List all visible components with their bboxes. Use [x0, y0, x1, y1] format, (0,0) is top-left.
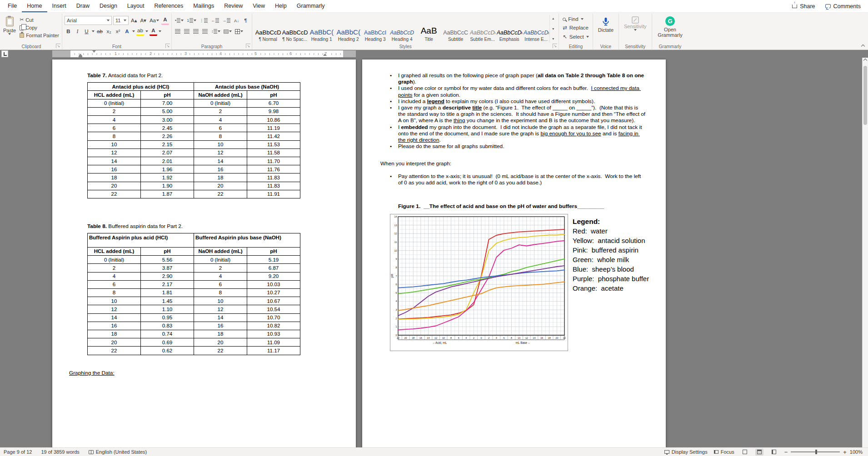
table-cell[interactable]: 5.56	[141, 256, 194, 264]
horizontal-ruler[interactable]: 1234567	[52, 50, 356, 57]
table-cell[interactable]: 16	[88, 322, 141, 330]
table-cell[interactable]: 18	[88, 330, 141, 338]
show-paragraph-marks-button[interactable]: ¶	[242, 16, 249, 25]
table-cell[interactable]: 6	[88, 280, 141, 288]
share-button[interactable]: Share	[792, 3, 815, 10]
table-cell[interactable]: 20	[88, 182, 141, 190]
replace-button[interactable]: ⇄Replace	[561, 24, 590, 31]
table-cell[interactable]: 0.62	[141, 347, 194, 355]
font-color-dropdown-icon[interactable]	[159, 30, 161, 32]
first-line-indent-marker[interactable]	[92, 50, 96, 53]
style-heading-3[interactable]: AaBbCcIHeading 3	[362, 15, 389, 42]
table-cell[interactable]: 11.58	[247, 149, 300, 157]
justify-button[interactable]	[201, 27, 209, 36]
table-cell[interactable]: 16	[194, 322, 247, 330]
column-header-cell[interactable]: HCL added (mL)	[88, 247, 141, 255]
table-cell[interactable]: 2.26	[141, 132, 194, 140]
table-cell[interactable]: 10.54	[247, 305, 300, 313]
numbering-button[interactable]: 1	[186, 16, 197, 25]
antacid-data-table[interactable]: Antacid plus acid (HCl)Antacid plus base…	[87, 82, 300, 198]
text-effects-button[interactable]: A	[123, 27, 131, 36]
bullets-button[interactable]: •	[174, 16, 185, 25]
table-cell[interactable]: 6.87	[247, 264, 300, 272]
shading-button[interactable]	[223, 27, 233, 36]
style-title[interactable]: AaBTitle	[415, 15, 442, 42]
find-button[interactable]: Find	[561, 16, 590, 22]
table-cell[interactable]: 3.00	[141, 116, 194, 124]
style-emphasis[interactable]: AaBbCcDcEmphasis	[496, 15, 523, 42]
highlight-button[interactable]: ab	[136, 27, 144, 36]
table-cell[interactable]: 10.70	[247, 313, 300, 322]
style-intense-e-[interactable]: AaBbCcDcIntense E...	[523, 15, 549, 42]
table-cell[interactable]: 20	[194, 338, 247, 347]
table-cell[interactable]: 14	[194, 313, 247, 322]
table-cell[interactable]: 0 (Initial)	[88, 256, 141, 264]
increase-indent-button[interactable]: →	[221, 16, 231, 25]
column-header-cell[interactable]: pH	[247, 91, 300, 99]
table-cell[interactable]: 14	[194, 157, 247, 165]
table-cell[interactable]: 3.87	[141, 264, 194, 272]
text-effects-dropdown-icon[interactable]	[132, 30, 135, 32]
table-cell[interactable]: 18	[88, 173, 141, 182]
table-cell[interactable]: 1.92	[141, 173, 194, 182]
table-cell[interactable]: 8	[88, 132, 141, 140]
scroll-up-arrow-icon[interactable]	[863, 59, 867, 62]
menu-tab-references[interactable]: References	[149, 0, 188, 12]
table-cell[interactable]: 2	[194, 264, 247, 272]
menu-tab-help[interactable]: Help	[270, 0, 292, 12]
table-cell[interactable]: 6	[194, 280, 247, 288]
table-cell[interactable]: 4	[194, 272, 247, 280]
table-cell[interactable]: 1.45	[141, 297, 194, 305]
menu-tab-home[interactable]: Home	[22, 0, 47, 12]
web-layout-button[interactable]	[770, 449, 778, 456]
table-cell[interactable]: 4	[194, 116, 247, 124]
table-cell[interactable]: 14	[88, 157, 141, 165]
format-painter-button[interactable]: Format Painter	[19, 32, 60, 39]
column-header-cell[interactable]: pH	[141, 91, 194, 99]
table-cell[interactable]: 12	[194, 305, 247, 313]
table-cell[interactable]: 7.00	[141, 99, 194, 107]
zoom-in-button[interactable]: +	[843, 449, 847, 456]
dictate-button[interactable]: Dictate	[595, 15, 616, 33]
document-page-left[interactable]: Table 7. Antacid data for Part 2. Antaci…	[52, 59, 356, 447]
sensitivity-button[interactable]: Sensitivity	[621, 15, 649, 31]
table-cell[interactable]: 0.95	[141, 313, 194, 322]
zoom-slider[interactable]	[791, 451, 840, 452]
borders-button[interactable]	[234, 27, 244, 36]
table-cell[interactable]: 11.83	[247, 182, 300, 190]
table-cell[interactable]: 10	[88, 140, 141, 149]
zoom-slider-thumb[interactable]	[815, 450, 817, 454]
shrink-font-button[interactable]: A▾	[139, 16, 147, 25]
table-cell[interactable]: 2	[88, 107, 141, 115]
styles-scroll-up-button[interactable]: ▴	[552, 17, 554, 20]
table-cell[interactable]: 10	[88, 297, 141, 305]
table-cell[interactable]: 11.53	[247, 140, 300, 149]
font-name-select[interactable]: Arial	[65, 16, 112, 25]
table-cell[interactable]: 8	[88, 288, 141, 297]
proofing-status[interactable]: English (United States)	[89, 449, 147, 455]
table-cell[interactable]: 20	[194, 182, 247, 190]
table-cell[interactable]: 1.10	[141, 305, 194, 313]
table-cell[interactable]: 16	[194, 165, 247, 173]
focus-button[interactable]: Focus	[714, 449, 734, 455]
menu-tab-mailings[interactable]: Mailings	[188, 0, 219, 12]
paste-dropdown-icon[interactable]	[8, 33, 11, 35]
table-cell[interactable]: 11.70	[247, 157, 300, 165]
column-header-cell[interactable]: NaOH added (mL)	[194, 91, 247, 99]
read-mode-button[interactable]	[741, 449, 749, 456]
styles-scroll-down-button[interactable]: ▾	[552, 27, 554, 31]
group-header-cell[interactable]: Antacid plus base (NaOH)	[194, 83, 300, 91]
table-cell[interactable]: 2.07	[141, 149, 194, 157]
buffered-aspirin-data-table[interactable]: Buffered Aspirin plus acid (HCl)Buffered…	[87, 233, 300, 355]
table-cell[interactable]: 2.90	[141, 272, 194, 280]
table-cell[interactable]: 4	[88, 116, 141, 124]
style-heading-1[interactable]: AaBbC(Heading 1	[308, 15, 335, 42]
superscript-button[interactable]: x²	[114, 27, 122, 36]
select-button[interactable]: ↖Select	[561, 33, 590, 40]
table-cell[interactable]: 10.27	[247, 288, 300, 297]
align-center-button[interactable]	[183, 27, 191, 36]
table-cell[interactable]: 14	[88, 313, 141, 322]
group-header-cell[interactable]: Buffered Aspirin plus base (NaOH)	[194, 233, 300, 248]
table-cell[interactable]: 6	[194, 124, 247, 132]
table-cell[interactable]: 22	[194, 347, 247, 355]
